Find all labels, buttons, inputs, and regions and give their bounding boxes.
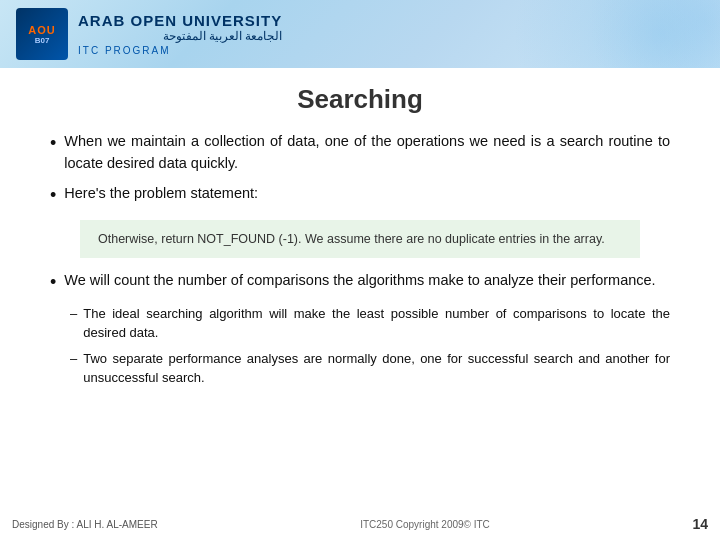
highlight-box: Otherwise, return NOT_FOUND (-1). We ass…: [80, 220, 640, 259]
header-title-ar: الجامعة العربية المفتوحة: [78, 29, 282, 43]
bullet-section-2: • We will count the number of comparison…: [50, 270, 670, 387]
bullet-dot-2: •: [50, 183, 56, 208]
header: AOU B07 ARAB OPEN UNIVERSITY الجامعة الع…: [0, 0, 720, 68]
sub-text-1: The ideal searching algorithm will make …: [83, 304, 670, 343]
logo-box: AOU B07: [16, 8, 68, 60]
bullet-dot-3: •: [50, 270, 56, 295]
bullet-item-3: • We will count the number of comparison…: [50, 270, 670, 295]
bullet-dot-1: •: [50, 131, 56, 156]
header-text: ARAB OPEN UNIVERSITY الجامعة العربية الم…: [78, 12, 282, 56]
bullet-section-1: • When we maintain a collection of data,…: [50, 131, 670, 208]
bullet-item-1: • When we maintain a collection of data,…: [50, 131, 670, 175]
bullet-item-2: • Here's the problem statement:: [50, 183, 670, 208]
logo-area: AOU B07 ARAB OPEN UNIVERSITY الجامعة الع…: [16, 8, 282, 60]
logo-aou: AOU: [28, 24, 55, 36]
footer-designer: Designed By : ALI H. AL-AMEER: [12, 519, 158, 530]
bullet-text-3: We will count the number of comparisons …: [64, 270, 655, 292]
header-itc: ITC PROGRAM: [78, 45, 282, 56]
footer-page-num: 14: [692, 516, 708, 532]
slide-content: Searching • When we maintain a collectio…: [0, 68, 720, 428]
footer-copyright: ITC250 Copyright 2009© ITC: [360, 519, 490, 530]
sub-bullet-2: – Two separate performance analyses are …: [70, 349, 670, 388]
bullet-text-2: Here's the problem statement:: [64, 183, 258, 205]
sub-text-2: Two separate performance analyses are no…: [83, 349, 670, 388]
footer: Designed By : ALI H. AL-AMEER ITC250 Cop…: [0, 516, 720, 532]
sub-dash-1: –: [70, 304, 77, 324]
logo-num: B07: [35, 36, 50, 45]
header-title-en: ARAB OPEN UNIVERSITY: [78, 12, 282, 29]
bullet-text-1: When we maintain a collection of data, o…: [64, 131, 670, 175]
slide-title: Searching: [50, 84, 670, 115]
sub-bullet-1: – The ideal searching algorithm will mak…: [70, 304, 670, 343]
sub-dash-2: –: [70, 349, 77, 369]
highlight-text: Otherwise, return NOT_FOUND (-1). We ass…: [98, 232, 605, 246]
header-bg: [420, 0, 720, 68]
